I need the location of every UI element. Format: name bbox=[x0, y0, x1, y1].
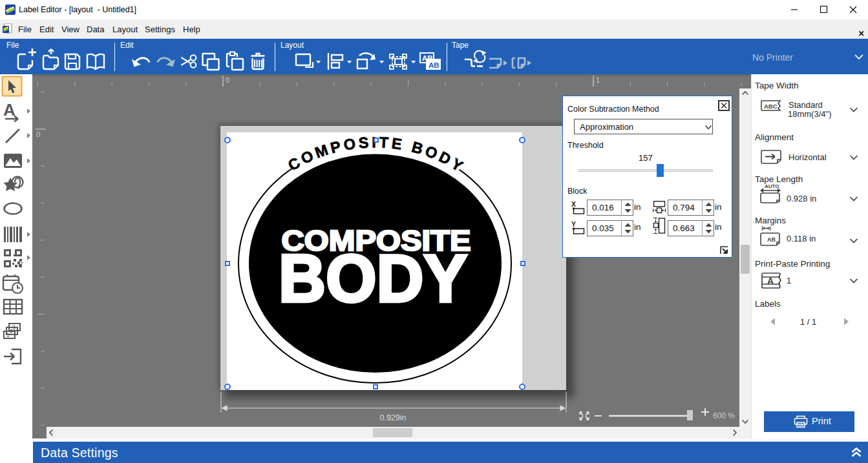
svg-text:AUTO: AUTO bbox=[765, 183, 779, 189]
svg-text:AB: AB bbox=[767, 236, 776, 243]
svg-text:0.929in: 0.929in bbox=[379, 413, 406, 422]
svg-text:X: X bbox=[571, 200, 576, 208]
svg-text:600 %: 600 % bbox=[713, 411, 735, 420]
svg-text:1: 1 bbox=[6, 332, 10, 338]
svg-text:3: 3 bbox=[12, 324, 16, 331]
svg-text:Y: Y bbox=[571, 220, 576, 228]
svg-text:AB: AB bbox=[429, 61, 439, 69]
svg-text:ABC: ABC bbox=[764, 103, 778, 110]
svg-text:A: A bbox=[767, 276, 774, 286]
svg-text:2: 2 bbox=[10, 328, 13, 334]
svg-text:A: A bbox=[3, 100, 16, 119]
